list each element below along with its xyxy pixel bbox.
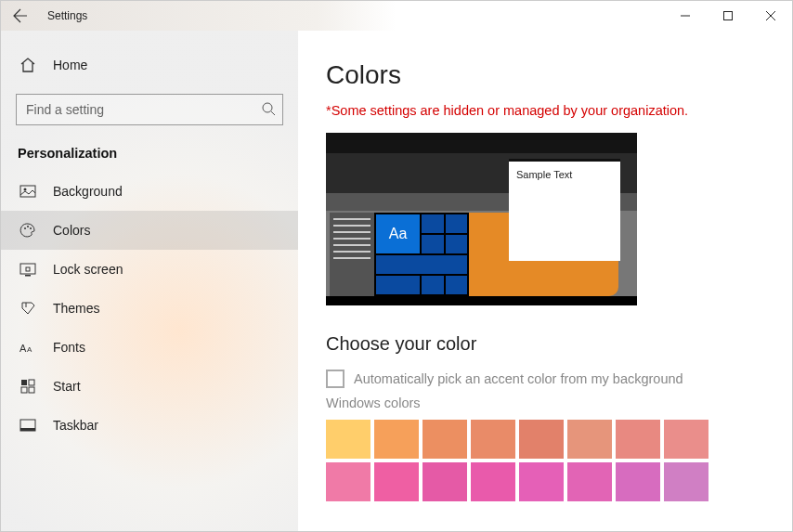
- svg-rect-14: [21, 387, 27, 393]
- back-arrow-icon: [13, 8, 28, 23]
- close-icon: [766, 11, 775, 20]
- preview-sample-card: Sample Text: [509, 159, 620, 261]
- color-swatch[interactable]: [519, 462, 564, 501]
- window-title: Settings: [47, 9, 87, 22]
- color-swatch[interactable]: [471, 462, 515, 501]
- maximize-button[interactable]: [707, 1, 749, 31]
- nav-item-background[interactable]: Background: [1, 172, 298, 211]
- nav-item-label: Taskbar: [53, 418, 98, 433]
- content: Colors *Some settings are hidden or mana…: [298, 31, 792, 531]
- minimize-button[interactable]: [664, 1, 707, 31]
- start-icon: [20, 378, 36, 395]
- nav-home[interactable]: Home: [1, 47, 298, 83]
- color-swatch[interactable]: [326, 420, 370, 459]
- themes-icon: [20, 300, 36, 317]
- preview-start-menu: Aa: [330, 213, 469, 296]
- svg-rect-0: [724, 12, 733, 20]
- svg-rect-12: [21, 380, 27, 385]
- maximize-icon: [723, 11, 733, 20]
- search-input[interactable]: [16, 94, 283, 125]
- svg-rect-9: [26, 267, 30, 271]
- choose-color-heading: Choose your color: [326, 333, 764, 355]
- color-swatch[interactable]: [567, 462, 612, 501]
- color-swatch[interactable]: [374, 462, 419, 501]
- svg-point-1: [263, 103, 272, 112]
- color-preview: Aa Sample Text: [326, 133, 637, 305]
- color-swatch[interactable]: [374, 420, 419, 459]
- nav-item-label: Colors: [53, 223, 90, 238]
- nav-home-label: Home: [53, 58, 87, 72]
- windows-colors-heading: Windows colors: [326, 396, 764, 410]
- color-swatch[interactable]: [664, 420, 708, 459]
- color-swatch[interactable]: [422, 462, 467, 501]
- svg-rect-15: [29, 387, 34, 393]
- minimize-icon: [681, 11, 690, 20]
- color-swatch[interactable]: [567, 420, 612, 459]
- auto-pick-label: Automatically pick an accent color from …: [354, 371, 683, 386]
- color-swatch[interactable]: [664, 462, 708, 501]
- preview-taskbar: [326, 296, 637, 305]
- palette-icon: [20, 222, 36, 239]
- svg-rect-8: [25, 275, 31, 277]
- auto-pick-row[interactable]: Automatically pick an accent color from …: [326, 370, 764, 388]
- svg-rect-17: [20, 428, 35, 431]
- search-wrap: [16, 94, 283, 125]
- lock-screen-icon: [20, 261, 36, 278]
- svg-point-5: [27, 226, 29, 227]
- page-title: Colors: [326, 60, 764, 90]
- search-icon: [261, 101, 276, 120]
- color-swatch[interactable]: [616, 462, 660, 501]
- svg-point-4: [24, 227, 26, 229]
- svg-rect-7: [20, 264, 35, 274]
- nav-item-lock-screen[interactable]: Lock screen: [1, 250, 298, 289]
- nav-item-label: Start: [53, 379, 81, 394]
- svg-text:A: A: [20, 343, 27, 354]
- nav-item-taskbar[interactable]: Taskbar: [1, 406, 298, 445]
- svg-point-6: [30, 227, 32, 229]
- close-button[interactable]: [749, 1, 792, 31]
- back-button[interactable]: [6, 2, 34, 30]
- org-managed-message: *Some settings are hidden or managed by …: [326, 103, 764, 118]
- svg-text:A: A: [27, 345, 32, 354]
- nav-item-colors[interactable]: Colors: [1, 211, 298, 250]
- color-swatch[interactable]: [422, 420, 467, 459]
- svg-rect-13: [29, 380, 34, 385]
- sidebar: Home Personalization BackgroundColorsLoc…: [1, 31, 298, 531]
- color-swatch[interactable]: [519, 420, 564, 459]
- category-title: Personalization: [1, 138, 298, 168]
- nav-item-label: Themes: [53, 301, 100, 316]
- home-icon: [20, 57, 36, 73]
- nav-item-themes[interactable]: Themes: [1, 289, 298, 328]
- fonts-icon: AA: [20, 339, 36, 356]
- color-swatch[interactable]: [471, 420, 515, 459]
- image-icon: [20, 183, 36, 200]
- svg-point-3: [24, 188, 27, 191]
- nav-item-start[interactable]: Start: [1, 367, 298, 406]
- color-swatch[interactable]: [326, 462, 370, 501]
- auto-pick-checkbox[interactable]: [326, 370, 344, 388]
- preview-tile-aa: Aa: [376, 214, 420, 253]
- nav-item-label: Fonts: [53, 340, 85, 355]
- taskbar-icon: [20, 417, 36, 434]
- titlebar: Settings: [1, 1, 792, 31]
- nav-item-label: Lock screen: [53, 262, 123, 277]
- color-swatch[interactable]: [616, 420, 660, 459]
- nav-item-fonts[interactable]: AAFonts: [1, 328, 298, 367]
- nav-item-label: Background: [53, 184, 123, 199]
- color-swatch-grid: [326, 420, 764, 501]
